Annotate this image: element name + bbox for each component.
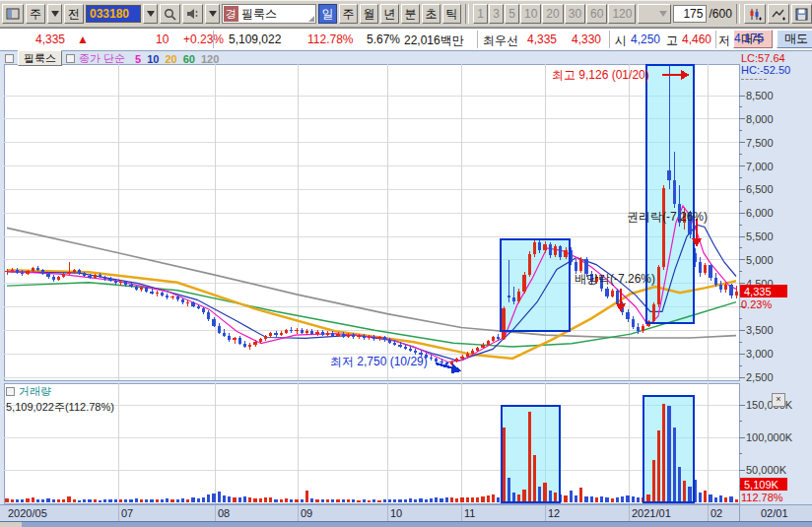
minute-button-30[interactable]: 30 xyxy=(565,4,585,24)
volume-axis-label: 50,000K xyxy=(746,464,786,476)
volume-title[interactable]: 거래량 xyxy=(19,384,51,399)
stock-name-combo[interactable]: 경 필룩스 xyxy=(222,4,316,24)
timeframe-tab-초[interactable]: 초 xyxy=(422,4,440,24)
infobar-separator xyxy=(213,31,214,48)
high-label: 고 xyxy=(666,33,678,49)
indicator-toggle-icon[interactable] xyxy=(66,54,75,63)
stock-name-label: 필룩스 xyxy=(239,6,277,23)
add-candle-tool-icon[interactable] xyxy=(744,4,766,24)
date-axis-label: 10 xyxy=(390,507,402,519)
turnover-percent: 5.67% xyxy=(367,33,400,46)
chart-main: 필룩스 종가 단순 5102060120 LC:57.64 HC:-52.50 … xyxy=(0,51,812,504)
bottom-scrollbar[interactable] xyxy=(0,521,812,527)
timeframe-tabs: 일주월년분초틱 xyxy=(318,4,461,24)
current-volume-badge: 5,109K xyxy=(740,478,787,491)
pane-toggle-icon[interactable] xyxy=(5,54,14,63)
current-price-badge: 4,335 xyxy=(740,285,787,297)
timeframe-tab-틱[interactable]: 틱 xyxy=(442,4,461,24)
ma-10-label: 10 xyxy=(147,53,159,65)
sound-icon[interactable] xyxy=(182,4,203,24)
ma-60-label: 60 xyxy=(183,53,195,65)
price-pane-legend: 필룩스 종가 단순 5102060120 xyxy=(5,51,219,65)
date-axis-label: 07 xyxy=(121,507,133,519)
sound-dropdown-icon[interactable] xyxy=(205,4,220,24)
date-axis-tick xyxy=(387,505,388,521)
resize-grip-icon xyxy=(308,16,314,22)
dash-line xyxy=(741,79,767,80)
price-axis-label: 8,500 xyxy=(746,90,774,101)
current-volume-percent: 112.78% xyxy=(741,492,783,503)
timeframe-tab-일[interactable]: 일 xyxy=(318,4,337,24)
change-arrow-icon: ▲ xyxy=(77,33,89,46)
timeframe-tab-년[interactable]: 년 xyxy=(380,4,399,24)
add-line-tool-icon[interactable] xyxy=(768,4,789,24)
period-dropdown-icon[interactable] xyxy=(47,4,62,24)
date-axis-label: 2020/05 xyxy=(8,507,47,519)
bar-total-label: /600 xyxy=(709,7,731,21)
volume-toggle-icon[interactable] xyxy=(6,387,15,396)
bar-count-input[interactable]: 175 xyxy=(673,5,707,23)
prev-stock-button[interactable]: 전 xyxy=(64,4,84,24)
timeframe-tab-분[interactable]: 분 xyxy=(401,4,420,24)
save-icon[interactable] xyxy=(791,4,812,24)
search-icon[interactable] xyxy=(160,4,180,24)
date-axis-tick xyxy=(298,505,299,521)
minute-button-1[interactable]: 1 xyxy=(473,4,488,24)
timeframe-tab-월[interactable]: 월 xyxy=(360,4,378,24)
best-bid: 4,330 xyxy=(572,33,601,46)
period-combo-button[interactable]: 주 xyxy=(26,4,45,24)
chart-stock-tab[interactable]: 필룩스 xyxy=(18,50,62,66)
lc-value: LC:57.64 xyxy=(741,52,790,64)
trade-value: 22,016백만 xyxy=(404,33,464,49)
date-axis-tick xyxy=(545,505,546,521)
date-axis-tick xyxy=(215,505,216,521)
timeframe-tab-주[interactable]: 주 xyxy=(339,4,358,24)
hc-value: HC:-52.50 xyxy=(741,64,790,76)
minute-button-120[interactable]: 120 xyxy=(608,4,636,24)
date-axis-label: 08 xyxy=(218,507,230,519)
annotation-rights-ex: 권리락(-7.26%) xyxy=(627,209,708,226)
minute-button-3[interactable]: 3 xyxy=(489,4,504,24)
scrollbar-corner xyxy=(0,522,22,527)
low-label: 저 xyxy=(718,33,730,49)
chart-window: 주 전 033180 경 필룩스 일주월년분초틱 13510203060120 … xyxy=(0,0,812,527)
price-chart-svg[interactable] xyxy=(0,51,812,504)
best-quote-label: 최우선 xyxy=(483,33,518,49)
axis-current-date: 02/01 xyxy=(761,507,788,519)
date-axis-label: 09 xyxy=(301,507,312,519)
date-axis-tick xyxy=(118,505,119,521)
high-price: 4,460 xyxy=(682,33,711,46)
minute-combo-disabled xyxy=(638,4,671,24)
stock-code-input[interactable]: 033180 xyxy=(86,5,141,23)
price-axis-label: 5,000 xyxy=(746,254,774,266)
sell-button[interactable]: 매도 xyxy=(777,30,812,48)
price-axis-label: 7,500 xyxy=(746,137,774,149)
volume-pane-close-icon[interactable]: × xyxy=(772,393,785,407)
market-badge: 경 xyxy=(224,6,238,22)
date-axis-tick xyxy=(461,505,462,521)
minute-button-20[interactable]: 20 xyxy=(542,4,563,24)
infobar-separator xyxy=(609,31,610,48)
ma-20-label: 20 xyxy=(165,53,176,65)
panel-toggle-button[interactable] xyxy=(2,4,24,24)
date-axis-label: 11 xyxy=(464,507,475,519)
toolbar: 주 전 033180 경 필룩스 일주월년분초틱 13510203060120 … xyxy=(0,1,812,28)
date-axis[interactable]: 02/01 2020/050708091011122021/0102 xyxy=(0,504,812,521)
date-axis-tick xyxy=(629,505,630,521)
annotation-dividend-ex: 배당락(-7.26%) xyxy=(575,271,655,288)
quote-infobar: 4,335 ▲ 10 +0.23% 5,109,022 112.78% 5.67… xyxy=(0,28,812,51)
annotation-low: 최저 2,750 (10/29) xyxy=(330,354,428,370)
current-price: 4,335 xyxy=(35,33,65,46)
minute-button-10[interactable]: 10 xyxy=(520,4,541,24)
open-price: 4,250 xyxy=(631,33,660,46)
minute-buttons: 13510203060120 xyxy=(473,4,636,24)
minute-button-5[interactable]: 5 xyxy=(505,4,519,24)
volume-axis-label: 100,000K xyxy=(746,431,792,443)
code-dropdown-icon[interactable] xyxy=(143,4,158,24)
ma-type-label[interactable]: 종가 단순 xyxy=(79,51,125,66)
price-axis-label: 7,000 xyxy=(746,161,774,172)
ma-5-label: 5 xyxy=(135,53,141,65)
current-price-percent: 0.23% xyxy=(741,298,772,310)
date-axis-tick xyxy=(708,505,709,521)
minute-button-60[interactable]: 60 xyxy=(586,4,607,24)
